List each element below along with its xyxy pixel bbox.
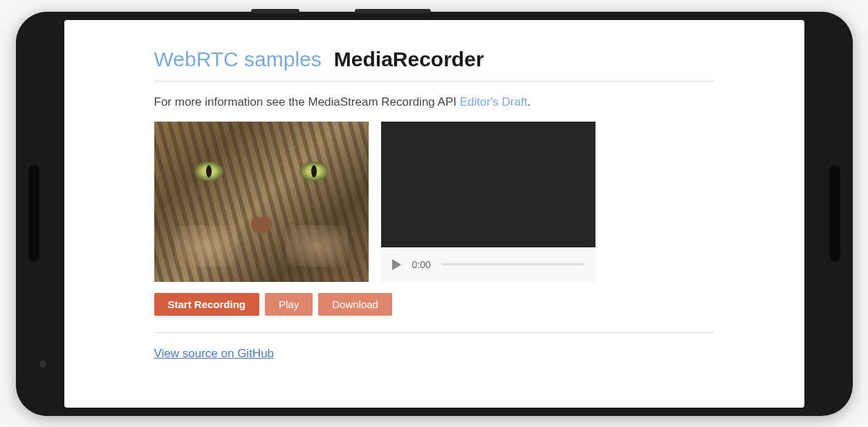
action-buttons: Start Recording Play Download xyxy=(154,293,714,333)
video-time: 0:00 xyxy=(412,259,431,270)
view-source-link[interactable]: View source on GitHub xyxy=(154,347,275,360)
editors-draft-link[interactable]: Editor's Draft xyxy=(460,95,528,108)
phone-physical-buttons xyxy=(251,9,431,13)
cat-image xyxy=(154,122,369,282)
phone-camera xyxy=(39,361,46,368)
videos-container: 0:00 xyxy=(154,122,714,282)
phone-speaker-left xyxy=(28,165,39,262)
page-header: WebRTC samples MediaRecorder xyxy=(154,48,714,82)
description-text: For more information see the MediaStream… xyxy=(154,95,714,109)
phone-speaker-right xyxy=(829,165,840,262)
video-display-area[interactable] xyxy=(381,122,595,247)
video-playback-player: 0:00 xyxy=(381,122,595,282)
play-button[interactable]: Play xyxy=(265,293,313,316)
description-suffix: . xyxy=(527,95,530,108)
description-prefix: For more information see the MediaStream… xyxy=(154,95,460,108)
page-title: MediaRecorder xyxy=(334,48,484,71)
phone-device-frame: WebRTC samples MediaRecorder For more in… xyxy=(16,12,853,416)
play-icon[interactable] xyxy=(392,259,401,270)
video-progress-bar[interactable] xyxy=(442,263,584,265)
video-controls-bar: 0:00 xyxy=(381,247,595,282)
page-content: WebRTC samples MediaRecorder For more in… xyxy=(64,20,804,374)
video-source-preview[interactable] xyxy=(154,122,369,282)
phone-screen: WebRTC samples MediaRecorder For more in… xyxy=(64,20,804,408)
start-recording-button[interactable]: Start Recording xyxy=(154,293,260,316)
samples-link[interactable]: WebRTC samples xyxy=(154,48,322,71)
download-button[interactable]: Download xyxy=(318,293,392,316)
